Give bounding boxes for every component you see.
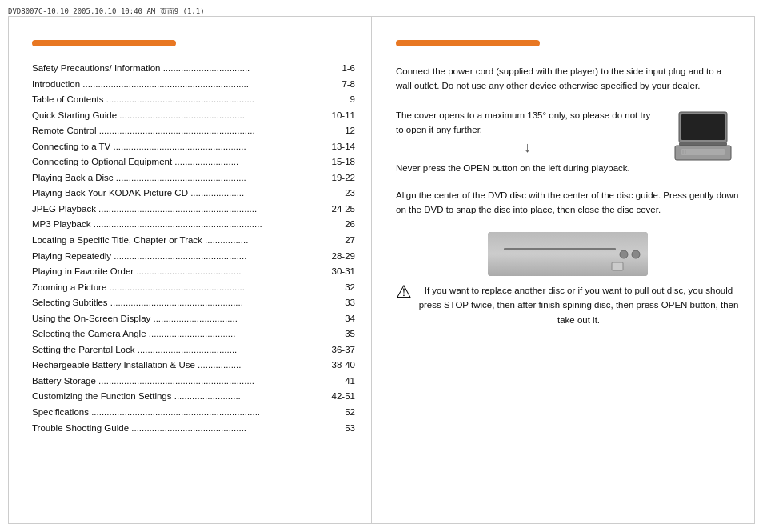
toc-row: Introduction ...........................… xyxy=(32,77,355,93)
toc-row: Connecting to Optional Equipment .......… xyxy=(32,154,355,170)
toc-row: Locating a Specific Title, Chapter or Tr… xyxy=(32,233,355,249)
toc-page: 15-18 xyxy=(284,154,355,170)
toc-page: 30-31 xyxy=(284,264,355,280)
toc-label: Setting the Parental Lock ..............… xyxy=(32,342,284,358)
toc-label: MP3 Playback ...........................… xyxy=(32,217,284,233)
toc-page: 32 xyxy=(284,280,355,296)
toc-label: JPEG Playback ..........................… xyxy=(32,202,284,218)
align-disc-text: Align the center of the DVD disc with th… xyxy=(396,188,739,218)
left-column: Safety Precautions/ Information ........… xyxy=(8,16,372,524)
svg-rect-1 xyxy=(681,114,725,140)
toc-row: Safety Precautions/ Information ........… xyxy=(32,61,355,77)
warning-section: ⚠ If you want to replace another disc or… xyxy=(396,283,739,327)
header-text: DVD8007C-10.10 2005.10.10 10:40 AM 页面9 (… xyxy=(8,7,205,15)
section-align-disc: Align the center of the DVD disc with th… xyxy=(396,188,739,218)
toc-page: 24-25 xyxy=(284,202,355,218)
replace-disc-text: If you want to replace another disc or i… xyxy=(418,283,739,327)
toc-row: Battery Storage ........................… xyxy=(32,374,355,390)
toc-page: 41 xyxy=(284,374,355,390)
toc-label: Rechargeable Battery Installation & Use … xyxy=(32,358,284,374)
toc-page: 34 xyxy=(284,311,355,327)
toc-page: 42-51 xyxy=(284,389,355,405)
toc-row: Playing Repeatedly .....................… xyxy=(32,249,355,265)
toc-page: 13-14 xyxy=(284,139,355,155)
right-column: Connect the power cord (supplied with th… xyxy=(372,16,755,524)
toc-row: Customizing the Function Settings ......… xyxy=(32,389,355,405)
svg-point-11 xyxy=(632,250,640,258)
power-cord-text: Connect the power cord (supplied with th… xyxy=(396,64,739,94)
toc-label: Remote Control .........................… xyxy=(32,123,284,139)
toc-row: Trouble Shooting Guide .................… xyxy=(32,421,355,437)
toc-label: Using the On-Screen Display ............… xyxy=(32,311,284,327)
toc-label: Playing Back a Disc ....................… xyxy=(32,170,284,186)
toc-page: 33 xyxy=(284,295,355,311)
toc-label: Specifications .........................… xyxy=(32,405,284,421)
toc-label: Connecting to a TV .....................… xyxy=(32,139,284,155)
toc-row: Remote Control .........................… xyxy=(32,123,355,139)
svg-rect-4 xyxy=(681,149,725,155)
toc-label: Trouble Shooting Guide .................… xyxy=(32,421,284,437)
orange-bar-left xyxy=(32,40,176,46)
toc-table: Safety Precautions/ Information ........… xyxy=(32,61,355,436)
toc-label: Table of Contents ......................… xyxy=(32,92,284,108)
toc-page: 52 xyxy=(284,405,355,421)
toc-row: MP3 Playback ...........................… xyxy=(32,217,355,233)
toc-row: Playing Back a Disc ....................… xyxy=(32,170,355,186)
toc-page: 35 xyxy=(284,326,355,342)
toc-page: 9 xyxy=(284,92,355,108)
section-cover-open: The cover opens to a maximum 135° only, … xyxy=(396,108,739,175)
toc-page: 26 xyxy=(284,217,355,233)
disc-player-container: ⚠ If you want to replace another disc or… xyxy=(396,232,739,327)
toc-row: JPEG Playback ..........................… xyxy=(32,202,355,218)
toc-page: 53 xyxy=(284,421,355,437)
toc-row: Using the On-Screen Display ............… xyxy=(32,311,355,327)
svg-rect-12 xyxy=(612,262,623,270)
toc-label: Customizing the Function Settings ......… xyxy=(32,389,284,405)
toc-page: 1-6 xyxy=(284,61,355,77)
arrow-down: ↓ xyxy=(396,139,659,156)
toc-label: Safety Precautions/ Information ........… xyxy=(32,61,284,77)
toc-page: 12 xyxy=(284,123,355,139)
toc-page: 23 xyxy=(284,186,355,202)
toc-label: Battery Storage ........................… xyxy=(32,374,284,390)
toc-label: Playing in Favorite Order ..............… xyxy=(32,264,284,280)
toc-row: Selecting Subtitles ....................… xyxy=(32,295,355,311)
svg-point-10 xyxy=(620,250,628,258)
toc-label: Selecting the Camera Angle .............… xyxy=(32,326,284,342)
toc-label: Connecting to Optional Equipment .......… xyxy=(32,154,284,170)
toc-label: Quick Starting Guide ...................… xyxy=(32,108,284,124)
toc-row: Quick Starting Guide ...................… xyxy=(32,108,355,124)
toc-label: Introduction ...........................… xyxy=(32,77,284,93)
toc-page: 38-40 xyxy=(284,358,355,374)
laptop-image xyxy=(667,108,739,168)
toc-row: Playing Back Your KODAK Picture CD .....… xyxy=(32,186,355,202)
toc-row: Playing in Favorite Order ..............… xyxy=(32,264,355,280)
toc-label: Playing Back Your KODAK Picture CD .....… xyxy=(32,186,284,202)
toc-page: 27 xyxy=(284,233,355,249)
laptop-svg xyxy=(667,108,739,168)
toc-row: Selecting the Camera Angle .............… xyxy=(32,326,355,342)
toc-row: Connecting to a TV .....................… xyxy=(32,139,355,155)
toc-page: 19-22 xyxy=(284,170,355,186)
svg-rect-2 xyxy=(679,142,727,146)
orange-bar-right xyxy=(396,40,540,46)
toc-row: Table of Contents ......................… xyxy=(32,92,355,108)
toc-label: Playing Repeatedly .....................… xyxy=(32,249,284,265)
warning-triangle-icon: ⚠ xyxy=(396,283,412,301)
section-power-cord: Connect the power cord (supplied with th… xyxy=(396,64,739,94)
toc-label: Locating a Specific Title, Chapter or Tr… xyxy=(32,233,284,249)
cover-text-part: The cover opens to a maximum 135° only, … xyxy=(396,108,659,175)
toc-label: Zooming a Picture ......................… xyxy=(32,280,284,296)
toc-page: 36-37 xyxy=(284,342,355,358)
toc-page: 7-8 xyxy=(284,77,355,93)
toc-page: 28-29 xyxy=(284,249,355,265)
cover-open-text: The cover opens to a maximum 135° only, … xyxy=(396,108,659,138)
disc-player-svg xyxy=(488,232,648,276)
toc-page: 10-11 xyxy=(284,108,355,124)
toc-row: Rechargeable Battery Installation & Use … xyxy=(32,358,355,374)
svg-rect-9 xyxy=(504,248,616,250)
toc-row: Specifications .........................… xyxy=(32,405,355,421)
toc-row: Zooming a Picture ......................… xyxy=(32,280,355,296)
toc-label: Selecting Subtitles ....................… xyxy=(32,295,284,311)
open-button-text: Never press the OPEN button on the left … xyxy=(396,161,659,175)
